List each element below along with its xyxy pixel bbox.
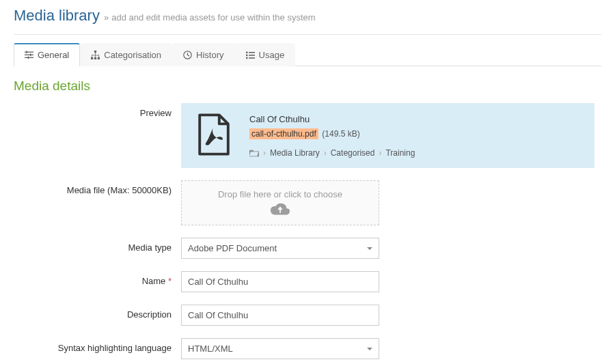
breadcrumb-item[interactable]: Media Library <box>270 148 320 158</box>
svg-rect-16 <box>246 52 247 53</box>
section-title: Media details <box>14 79 601 94</box>
name-input[interactable] <box>181 271 379 292</box>
svg-rect-3 <box>26 51 27 53</box>
page-title: Media library <box>14 7 100 25</box>
svg-rect-14 <box>98 55 99 57</box>
upload-cloud-icon <box>189 202 372 219</box>
tabs: General Categorisation History Usage <box>14 43 601 66</box>
tab-history[interactable]: History <box>172 43 234 66</box>
pdf-file-icon <box>196 113 232 158</box>
name-label: Name * <box>14 271 181 286</box>
chevron-down-icon <box>367 348 372 350</box>
chevron-down-icon <box>367 247 372 250</box>
breadcrumb-item[interactable]: Categorised <box>331 148 375 158</box>
list-icon <box>246 51 255 59</box>
preview-asset-title: Call Of Cthulhu <box>249 114 415 124</box>
preview-label: Preview <box>14 103 181 118</box>
preview-filename[interactable]: call-of-cthulhu.pdf <box>249 128 318 139</box>
svg-rect-10 <box>95 53 96 55</box>
svg-rect-8 <box>94 57 96 59</box>
svg-rect-5 <box>28 57 29 59</box>
svg-rect-20 <box>246 57 247 59</box>
syntax-label: Syntax highlighting language <box>14 338 181 353</box>
media-file-label: Media file (Max: 50000KB) <box>14 180 181 195</box>
tab-label: Categorisation <box>104 50 161 60</box>
svg-rect-13 <box>95 55 96 57</box>
tab-general[interactable]: General <box>14 43 80 66</box>
svg-rect-21 <box>249 57 255 59</box>
svg-rect-19 <box>249 55 255 56</box>
page-header: Media library »add and edit media assets… <box>14 7 601 35</box>
syntax-value: HTML/XML <box>188 344 233 354</box>
description-label: Description <box>14 305 181 320</box>
svg-rect-1 <box>25 55 33 55</box>
media-type-value: Adobe PDF Document <box>188 243 277 253</box>
media-type-select[interactable]: Adobe PDF Document <box>181 238 379 259</box>
description-input[interactable] <box>181 305 379 326</box>
tab-categorisation[interactable]: Categorisation <box>80 43 172 66</box>
page-subtitle: »add and edit media assets for use withi… <box>104 12 316 23</box>
media-type-label: Media type <box>14 238 181 253</box>
svg-rect-0 <box>25 52 33 53</box>
sitemap-icon <box>91 51 100 59</box>
svg-rect-2 <box>25 57 33 58</box>
required-indicator: * <box>168 276 172 286</box>
file-dropzone[interactable]: Drop file here or click to choose <box>181 180 379 225</box>
tab-label: General <box>38 50 69 60</box>
svg-rect-17 <box>249 52 255 53</box>
breadcrumb: › Media Library › Categorised › Training <box>249 148 415 158</box>
syntax-select[interactable]: HTML/XML <box>181 338 379 359</box>
preview-filesize: (149.5 kB) <box>322 129 359 139</box>
svg-rect-18 <box>246 55 247 56</box>
tab-label: History <box>196 50 223 60</box>
clock-icon <box>183 51 192 59</box>
tab-label: Usage <box>259 50 285 60</box>
svg-rect-4 <box>30 53 31 56</box>
folder-icon <box>249 149 259 157</box>
breadcrumb-item[interactable]: Training <box>385 148 415 158</box>
tab-usage[interactable]: Usage <box>235 43 296 66</box>
sliders-icon <box>25 51 33 59</box>
svg-rect-9 <box>98 57 100 59</box>
preview-box: Call Of Cthulhu call-of-cthulhu.pdf (149… <box>181 103 594 168</box>
svg-rect-12 <box>92 55 92 57</box>
dropzone-text: Drop file here or click to choose <box>189 189 372 199</box>
svg-rect-7 <box>91 57 93 59</box>
svg-rect-6 <box>94 51 96 53</box>
